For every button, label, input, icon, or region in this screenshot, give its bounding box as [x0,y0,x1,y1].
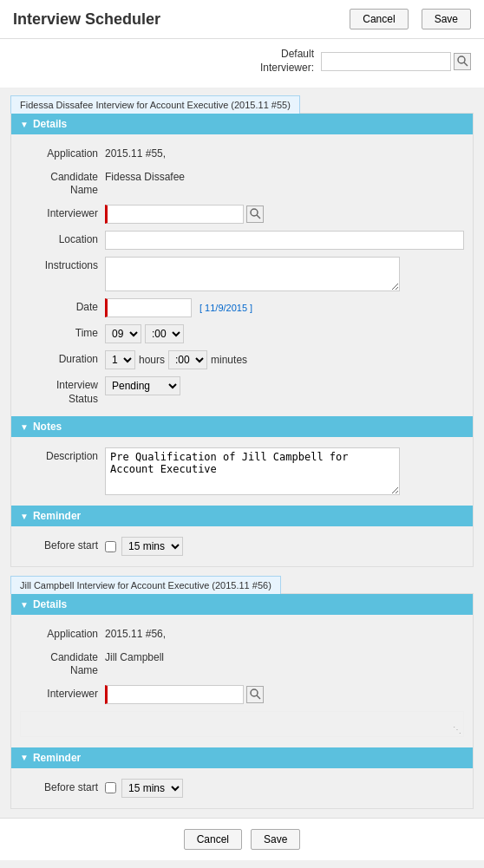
default-interviewer-label: DefaultInterviewer: [260,48,314,75]
interview1-notes-body: Description Pre Qualification of Jill Ca… [11,437,473,506]
interview2-reminder-body: Before start 15 mins 30 mins 1 hour 2 ho… [11,768,473,808]
interview1-location-input[interactable] [105,231,464,250]
interview1-status-row: InterviewStatus Pending Confirmed Cancel… [11,373,473,409]
interview1-application-label: Application [20,145,98,161]
interview1-interviewer-row: Interviewer [11,201,473,227]
interview1-tab[interactable]: Fidessa Dissafee Interview for Account E… [10,95,300,114]
interview2-application-row: Application 2015.11 #56, [11,622,473,645]
interview2-details-header: ▼ Details [11,594,473,615]
interview1-duration-row: Duration 1 2 3 hours :00 :15 :30 :45 [11,347,473,373]
default-interviewer-search-button[interactable] [454,53,471,70]
interview1-application-value: 2015.11 #55, [105,145,464,160]
interview1-description-label: Description [20,447,98,464]
interview2-application-label: Application [20,625,98,642]
interview1-details-header: ▼ Details [11,114,473,134]
interview1-before-start-label: Before start [20,537,98,553]
interview1-candidate-label: CandidateName [20,168,98,198]
interview1-time-label: Time [20,324,98,341]
interview1-candidate-value: Fidessa Dissafee [105,168,464,183]
interview1-duration-label: Duration [20,350,98,367]
interview1-reminder-checkbox[interactable] [105,541,116,552]
svg-line-3 [257,215,260,219]
footer-cancel-button[interactable]: Cancel [184,829,242,850]
interview1-status-select[interactable]: Pending Confirmed Cancelled Completed [105,376,180,395]
interview1-hours-text: hours [139,354,165,366]
interview1-location-label: Location [20,231,98,247]
details2-triangle-icon: ▼ [20,600,29,610]
interview1-time-minute-select[interactable]: :00 :15 :30 :45 [145,324,184,343]
notes-triangle-icon: ▼ [20,422,29,432]
interview1-reminder-header: ▼ Reminder [11,506,473,526]
interview2-interviewer-input[interactable] [105,685,244,704]
interview1-interviewer-search-button[interactable] [246,206,264,223]
interview2-reminder-section: ▼ Reminder Before start 15 mins 30 mins … [11,747,473,808]
interview1-instructions-label: Instructions [20,257,98,273]
interview2-interviewer-search-button[interactable] [246,686,264,703]
interview1-date-label: Date [20,298,98,315]
interview1-reminder-body: Before start 15 mins 30 mins 1 hour 2 ho… [11,526,473,566]
interview2-scroll-area: ⋱ [20,711,464,737]
interview2-interviewer-label: Interviewer [20,685,98,702]
reminder2-triangle-icon: ▼ [20,753,29,762]
interview1-description-row: Description Pre Qualification of Jill Ca… [11,444,473,499]
interview1-container: Fidessa Dissafee Interview for Account E… [10,95,474,567]
interview1-time-group: 09 10 11 12 :00 :15 :30 :45 [105,324,464,343]
interview2-reminder-group: 15 mins 30 mins 1 hour 2 hours [105,779,464,798]
interview1-candidate-row: CandidateName Fidessa Dissafee [11,165,473,201]
interview2-block: ▼ Details Application 2015.11 #56, Candi… [10,593,474,809]
interview1-duration-group: 1 2 3 hours :00 :15 :30 :45 minutes [105,350,464,369]
svg-point-2 [251,209,258,216]
interview1-duration-hours-select[interactable]: 1 2 3 [105,350,135,369]
page-title: Interview Scheduler [13,10,337,29]
interview2-reminder-header: ▼ Reminder [11,747,473,768]
interview1-reminder-section: ▼ Reminder Before start 15 mins 30 mins … [11,506,473,566]
interview1-interviewer-input-group [105,205,464,224]
interview2-details-section: ▼ Details Application 2015.11 #56, Candi… [11,594,473,747]
details-triangle-icon: ▼ [20,120,29,129]
interview1-status-group: Pending Confirmed Cancelled Completed [105,376,464,395]
interview1-application-row: Application 2015.11 #55, [11,141,473,165]
default-interviewer-row: DefaultInterviewer: [0,39,484,88]
interview2-interviewer-input-group [105,685,464,704]
interview2-application-value: 2015.11 #56, [105,625,464,640]
interview1-date-input[interactable] [105,298,192,317]
interview1-date-group: [ 11/9/2015 ] [105,298,464,317]
interview1-reminder-group: 15 mins 30 mins 1 hour 2 hours [105,537,464,556]
page-header: Interview Scheduler Cancel Save [0,0,484,39]
interview2-before-start-row: Before start 15 mins 30 mins 1 hour 2 ho… [11,775,473,801]
interview1-date-hint: [ 11/9/2015 ] [199,303,252,313]
interview1-notes-header: ▼ Notes [11,416,473,437]
interview1-interviewer-label: Interviewer [20,205,98,221]
svg-point-0 [458,56,465,63]
interview1-block: ▼ Details Application 2015.11 #55, Candi… [10,113,474,567]
page-footer: Cancel Save [0,818,484,860]
interview2-interviewer-row: Interviewer [11,682,473,708]
interview1-minutes-text: minutes [211,354,247,366]
interview1-description-textarea[interactable]: Pre Qualification of Jill Campbell for A… [105,447,400,495]
interview2-candidate-label: CandidateName [20,649,98,678]
interview2-reminder-checkbox[interactable] [105,782,116,793]
interview1-time-hour-select[interactable]: 09 10 11 12 [105,324,141,343]
svg-line-1 [464,62,468,66]
interview1-duration-minutes-select[interactable]: :00 :15 :30 :45 [168,350,207,369]
interview1-instructions-row: Instructions [11,253,473,295]
interview1-reminder-select[interactable]: 15 mins 30 mins 1 hour 2 hours [121,537,183,556]
interview1-date-row: Date [ 11/9/2015 ] [11,295,473,321]
default-interviewer-input[interactable] [321,52,451,71]
interview2-reminder-select[interactable]: 15 mins 30 mins 1 hour 2 hours [121,779,183,798]
interview1-interviewer-input[interactable] [105,205,244,224]
default-interviewer-input-group [321,52,471,71]
interview1-status-label: InterviewStatus [20,376,98,406]
interview2-tab[interactable]: Jill Campbell Interview for Account Exec… [10,576,281,594]
interview1-instructions-textarea[interactable] [105,257,400,291]
interview1-notes-section: ▼ Notes Description Pre Qualification of… [11,416,473,506]
svg-line-5 [257,695,260,699]
interview2-details-body: Application 2015.11 #56, CandidateName J… [11,615,473,747]
interview2-candidate-value: Jill Campbell [105,649,464,663]
svg-point-4 [251,689,258,696]
footer-save-button[interactable]: Save [251,829,300,850]
header-save-button[interactable]: Save [422,9,471,29]
interview1-time-row: Time 09 10 11 12 :00 :15 :30 :45 [11,321,473,347]
header-cancel-button[interactable]: Cancel [350,9,408,29]
interview1-before-start-row: Before start 15 mins 30 mins 1 hour 2 ho… [11,533,473,559]
